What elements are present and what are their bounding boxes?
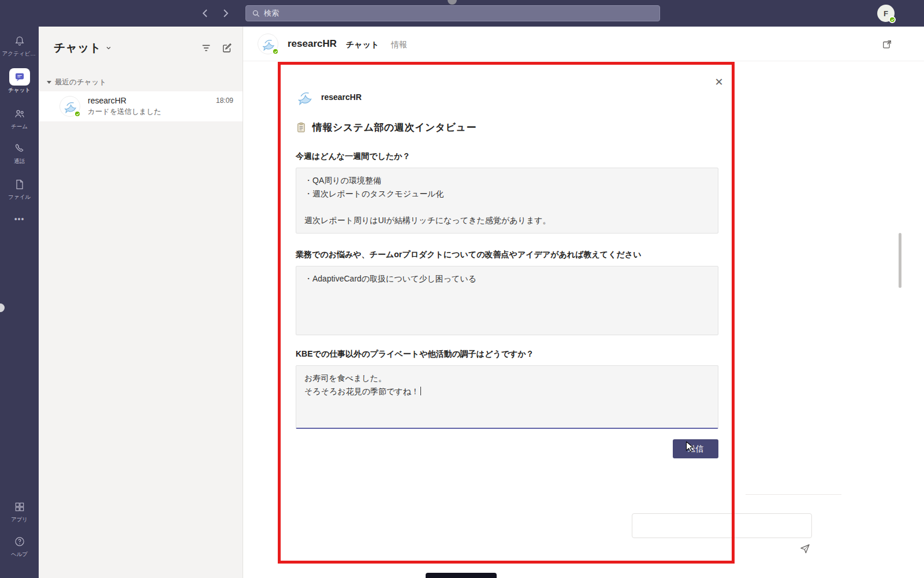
bell-icon [13,35,27,47]
submit-button[interactable]: 送信 [673,439,718,458]
presence-available-icon [889,16,896,23]
card-title: 情報システム部の週次インタビュー [312,121,476,134]
conversation-header: researcHR チャット 情報 [243,27,924,61]
tab-info[interactable]: 情報 [391,40,407,50]
people-icon [13,108,27,120]
close-icon[interactable]: ✕ [713,76,725,88]
search-input[interactable]: 検索 [245,5,660,21]
chevron-down-icon [105,45,112,51]
search-placeholder: 検索 [264,8,279,18]
collapse-triangle-icon [47,81,51,84]
sidebar-item-files[interactable]: ファイル [0,178,39,201]
left-edge-notch [0,303,5,312]
filter-icon[interactable] [201,43,211,53]
tab-chat[interactable]: チャット [346,40,379,50]
answer-input-1[interactable]: ・QA周りの環境整備 ・週次レポートのタスクモジュール化 週次レポート周りはUI… [296,168,718,234]
presence-available-icon [74,110,81,117]
ellipsis-icon: ••• [14,214,25,224]
sidebar-item-help[interactable]: ヘルプ [0,535,39,558]
conversation-avatar[interactable] [258,34,278,54]
researchr-logo-icon [296,88,313,106]
question-1-label: 今週はどんな一週間でしたか？ [296,151,718,162]
question-2-label: 業務でのお悩みや、チームorプロダクトについての改善点やアイデアがあれば教えてく… [296,250,718,260]
top-bar: 検索 F [0,0,924,27]
sidebar-item-calls[interactable]: 通話 [0,142,39,165]
search-icon [252,9,260,17]
chat-item-name: researcHR [88,96,126,105]
chat-icon [9,68,30,86]
phone-icon [13,142,27,155]
message-input[interactable] [632,513,812,538]
chat-list-panel: チャット 最近のチャット researcHR [39,27,243,578]
file-icon [13,178,27,191]
forward-arrow-icon[interactable] [219,8,231,19]
teams-app-window: 検索 F アクティビティ チャット チーム [0,0,924,578]
chat-avatar [59,96,80,117]
help-icon [13,535,27,548]
recent-chats-section-header[interactable]: 最近のチャット [47,77,106,87]
conversation-title: researcHR [288,38,337,50]
popout-icon[interactable] [882,39,892,50]
answer-input-2[interactable]: ・AdaptiveCardの取扱について少し困っている [296,266,718,335]
sidebar-item-chat[interactable]: チャット [0,68,39,94]
user-avatar[interactable]: F [877,5,895,22]
chat-item-time: 18:09 [216,97,233,105]
sidebar-item-activity[interactable]: アクティビティ [0,35,39,58]
vertical-scrollbar[interactable] [899,233,901,288]
presence-available-icon [272,48,279,55]
card-sender-name: researcHR [321,92,362,102]
screen-notch [448,0,457,5]
sidebar-item-more[interactable]: ••• [0,214,39,224]
interview-card: ✕ researcHR 情報システム部の週次インタビュー 今週はどんな一週間でし… [296,72,718,458]
chat-list-item-researchr[interactable]: researcHR 18:09 カードを送信しました [39,91,243,121]
card-title-row: 情報システム部の週次インタビュー [296,121,718,134]
taskbar-peek [426,573,497,578]
card-sender-row: researcHR [296,88,718,106]
chat-list-title[interactable]: チャット [54,40,112,55]
sidebar-item-teams[interactable]: チーム [0,108,39,131]
compose-divider [746,494,841,495]
new-chat-icon[interactable] [222,43,232,53]
sidebar-item-apps[interactable]: アプリ [0,501,39,524]
conversation-pane: researcHR チャット 情報 ✕ researcHR 情報システム部の週次… [243,27,924,578]
apps-grid-icon [13,501,27,513]
answer-input-3[interactable]: お寿司を食べました。 そろそろお花見の季節ですね！ [296,365,718,429]
send-message-icon[interactable] [799,543,811,554]
chat-item-preview: カードを送信しました [88,107,215,117]
text-caret [420,387,421,395]
clipboard-icon [296,122,307,133]
app-rail: アクティビティ チャット チーム 通話 ファイル [0,27,39,578]
question-3-label: KBEでの仕事以外のプライベートや他活動の調子はどうですか？ [296,349,718,360]
back-arrow-icon[interactable] [200,8,211,19]
